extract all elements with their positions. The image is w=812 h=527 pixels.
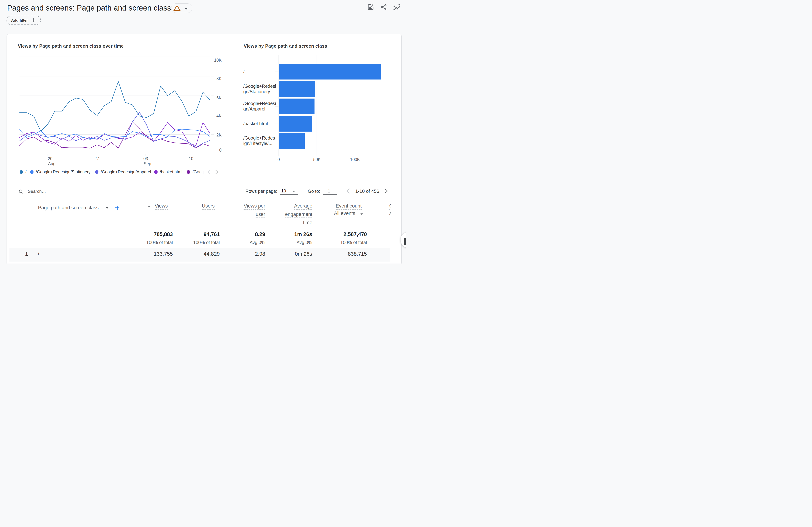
svg-text:03: 03 xyxy=(143,156,148,161)
svg-text:/Google+Redesign/Stationery: /Google+Redesign/Stationery xyxy=(36,169,91,174)
svg-text:0: 0 xyxy=(278,157,280,162)
svg-text:8K: 8K xyxy=(216,76,222,81)
svg-text:/basket.html: /basket.html xyxy=(243,121,268,126)
svg-text:27: 27 xyxy=(95,156,99,161)
svg-text:10: 10 xyxy=(189,156,193,161)
svg-text:50K: 50K xyxy=(313,157,321,162)
svg-text:6K: 6K xyxy=(216,95,222,100)
svg-text:/Google+Redes: /Google+Redes xyxy=(243,135,275,140)
svg-text:20: 20 xyxy=(48,156,53,161)
svg-text:2K: 2K xyxy=(216,133,222,137)
svg-text:/basket.html: /basket.html xyxy=(160,169,183,174)
svg-text:gn/Apparel: gn/Apparel xyxy=(243,106,265,111)
svg-text:gn/Stationery: gn/Stationery xyxy=(243,89,270,94)
svg-text:/Google+Redesign/Apparel: /Google+Redesign/Apparel xyxy=(101,169,151,174)
svg-text:/: / xyxy=(26,169,27,174)
svg-text:ign/Lifestyle/...: ign/Lifestyle/... xyxy=(243,141,273,146)
svg-text:/: / xyxy=(243,69,245,74)
svg-text:/Google+Redesi: /Google+Redesi xyxy=(243,84,276,89)
svg-text:100K: 100K xyxy=(350,157,360,162)
svg-text:4K: 4K xyxy=(216,114,222,118)
svg-text:Sep: Sep xyxy=(144,161,151,166)
svg-text:Aug: Aug xyxy=(48,161,56,166)
svg-text:/Google+Redesi: /Google+Redesi xyxy=(243,101,276,106)
svg-text:0: 0 xyxy=(219,148,221,152)
svg-text:10K: 10K xyxy=(214,58,222,62)
